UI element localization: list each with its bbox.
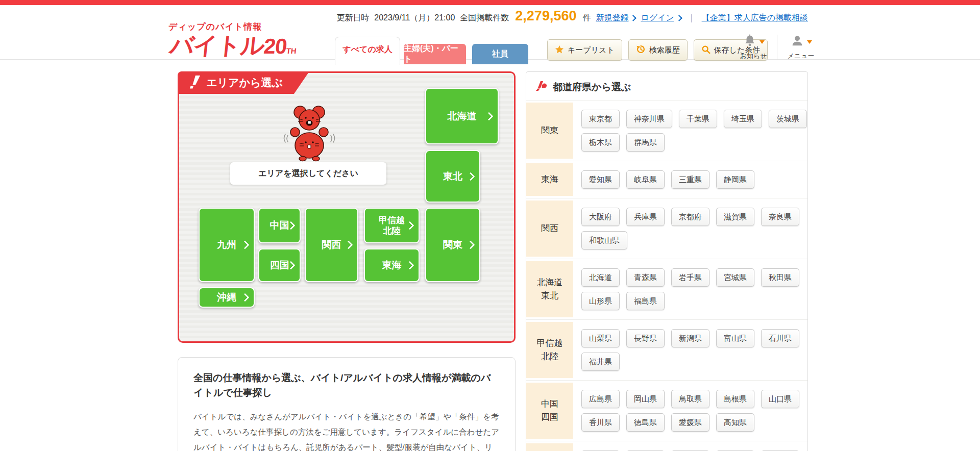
menu-button[interactable]: メニュー — [782, 34, 819, 61]
prefecture-button[interactable]: 福島県 — [626, 292, 665, 310]
logo-anniversary-suffix: TH — [286, 46, 297, 55]
prefecture-button[interactable]: 北海道 — [581, 268, 620, 287]
area-panel-title-ribbon: エリアから選ぶ — [178, 71, 309, 94]
prefecture-button[interactable]: 滋賀県 — [716, 208, 754, 226]
keep-list-button[interactable]: キープリスト — [547, 39, 622, 61]
area-button-kansai[interactable]: 関西 — [305, 208, 358, 282]
prefecture-rows: 関東東京都神奈川県千葉県埼玉県茨城県栃木県群馬県東海愛知県岐阜県三重県静岡県関西… — [526, 100, 807, 451]
seo-body-text: バイトルでは、みなさんがアルバイト・バイトを選ぶときの「希望」や「条件」を考えて… — [193, 409, 500, 451]
seo-heading: 全国の仕事情報から選ぶ、バイト/アルバイトの求人情報が満載のバイトルで仕事探し — [193, 371, 500, 400]
area-button-label: 九州 — [217, 239, 236, 251]
prefecture-button[interactable]: 鳥取県 — [671, 390, 709, 408]
chevron-right-icon — [345, 241, 353, 249]
logo-brand-text: バイトル — [168, 32, 265, 59]
chevron-down-icon — [807, 40, 812, 44]
prefecture-button[interactable]: 群馬県 — [626, 133, 665, 152]
employer-ad-link[interactable]: 【企業】求人広告の掲載相談 — [702, 13, 808, 23]
prefecture-button[interactable]: 岐阜県 — [626, 170, 665, 189]
prefecture-button[interactable]: 神奈川県 — [626, 110, 672, 128]
update-label: 更新日時 — [336, 13, 369, 23]
prefecture-button[interactable]: 埼玉県 — [724, 110, 762, 128]
area-button-koshinetsu[interactable]: 甲信越北陸 — [364, 208, 420, 243]
area-instruction-box: エリアを選択してください — [230, 162, 386, 185]
prefecture-select-panel: 都道府県から選ぶ 関東東京都神奈川県千葉県埼玉県茨城県栃木県群馬県東海愛知県岐阜… — [526, 71, 808, 451]
prefecture-button[interactable]: 和歌山県 — [581, 231, 627, 249]
area-button-label: 甲信越北陸 — [379, 215, 405, 237]
chevron-down-icon — [760, 40, 765, 44]
seo-text-card: 全国の仕事情報から選ぶ、バイト/アルバイトの求人情報が満載のバイトルで仕事探し … — [178, 357, 516, 451]
tab-housewife-part[interactable]: 主婦(夫)・パート — [404, 44, 466, 64]
prefecture-button[interactable]: 奈良県 — [761, 208, 799, 226]
region-label: 関東 — [526, 103, 573, 159]
prefecture-button[interactable]: 兵庫県 — [626, 208, 665, 226]
history-icon — [636, 44, 646, 56]
area-button-hokkaido[interactable]: 北海道 — [425, 88, 499, 144]
prefecture-button[interactable]: 島根県 — [716, 390, 754, 408]
region-label: 北海道東北 — [526, 261, 573, 317]
prefecture-button[interactable]: 長野県 — [626, 329, 665, 347]
area-select-panel: エリアから選ぶ — [178, 71, 516, 343]
prefecture-button[interactable]: 富山県 — [716, 329, 754, 347]
region-label: 甲信越北陸 — [526, 322, 573, 378]
vertical-divider — [777, 35, 777, 60]
prefecture-button[interactable]: 栃木県 — [581, 133, 620, 152]
prefecture-row: 東海愛知県岐阜県三重県静岡県 — [526, 161, 807, 198]
prefecture-button[interactable]: 京都府 — [671, 208, 709, 226]
prefecture-button[interactable]: 徳島県 — [626, 413, 665, 432]
site-logo[interactable]: ディップのバイト情報 バイトル20TH — [168, 22, 296, 58]
notice-menu-area: お知らせ メニュー — [735, 34, 819, 61]
area-button-label: 東北 — [443, 170, 462, 183]
login-link[interactable]: ログイン — [641, 13, 681, 23]
area-panel-title: エリアから選ぶ — [206, 76, 283, 90]
prefecture-button[interactable]: 三重県 — [671, 170, 709, 189]
prefecture-row: 九州沖縄福岡県佐賀県長崎県熊本県大分県宮崎県鹿児島県沖縄県 — [526, 441, 807, 451]
prefecture-button[interactable]: 石川県 — [761, 329, 799, 347]
tab-all-jobs[interactable]: すべての求人 — [335, 37, 400, 65]
area-button-shikoku[interactable]: 四国 — [258, 248, 301, 282]
prefecture-button[interactable]: 香川県 — [581, 413, 620, 432]
prefecture-button[interactable]: 千葉県 — [679, 110, 717, 128]
prefecture-button[interactable]: 岩手県 — [671, 268, 709, 287]
area-button-kanto[interactable]: 関東 — [425, 208, 480, 282]
prefecture-button[interactable]: 愛媛県 — [671, 413, 709, 432]
area-button-okinawa[interactable]: 沖縄 — [199, 287, 255, 308]
prefecture-button[interactable]: 高知県 — [716, 413, 754, 432]
area-button-tokai[interactable]: 東海 — [364, 248, 420, 282]
update-datetime: 2023/9/11（月）21:00 — [374, 13, 455, 23]
prefecture-button[interactable]: 宮城県 — [716, 268, 754, 287]
logo-wordmark: バイトル20TH — [168, 32, 299, 59]
chevron-right-icon — [406, 221, 414, 230]
area-button-label: 東海 — [382, 259, 402, 271]
search-history-button[interactable]: 検索履歴 — [628, 39, 688, 61]
prefecture-button[interactable]: 岡山県 — [626, 390, 665, 408]
prefecture-button[interactable]: 愛知県 — [581, 170, 620, 189]
prefecture-button[interactable]: 広島県 — [581, 390, 620, 408]
prefecture-button[interactable]: 新潟県 — [671, 329, 709, 347]
prefecture-button[interactable]: 山口県 — [761, 390, 799, 408]
signup-link[interactable]: 新規登録 — [596, 13, 635, 23]
prefecture-button[interactable]: 茨城県 — [769, 110, 807, 128]
tab-fulltime[interactable]: 社員 — [472, 44, 528, 64]
baitoru-mark-red-icon — [534, 79, 548, 95]
prefecture-row: 関西大阪府兵庫県京都府滋賀県奈良県和歌山県 — [526, 198, 807, 259]
area-button-chugoku[interactable]: 中国 — [258, 208, 301, 243]
chevron-right-icon — [467, 172, 475, 181]
area-button-kyushu[interactable]: 九州 — [199, 208, 255, 282]
notifications-button[interactable]: お知らせ — [735, 34, 772, 61]
prefecture-button[interactable]: 静岡県 — [716, 170, 754, 189]
notifications-label: お知らせ — [740, 52, 767, 61]
prefecture-button[interactable]: 大阪府 — [581, 208, 620, 226]
logo-anniversary-number: 20 — [262, 34, 288, 58]
prefecture-buttons: 大阪府兵庫県京都府滋賀県奈良県和歌山県 — [573, 198, 807, 259]
prefecture-button[interactable]: 山形県 — [581, 292, 620, 310]
site-header: ディップのバイト情報 バイトル20TH 更新日時 2023/9/11（月）21:… — [0, 5, 980, 60]
prefecture-button[interactable]: 山梨県 — [581, 329, 620, 347]
area-button-tohoku[interactable]: 東北 — [425, 150, 480, 203]
link-separator: ｜ — [688, 13, 696, 23]
listing-count: 2,279,560 — [515, 8, 576, 24]
prefecture-button[interactable]: 福井県 — [581, 353, 620, 371]
chevron-right-icon — [630, 15, 637, 21]
prefecture-button[interactable]: 東京都 — [581, 110, 620, 128]
prefecture-button[interactable]: 秋田県 — [761, 268, 799, 287]
prefecture-button[interactable]: 青森県 — [626, 268, 665, 287]
